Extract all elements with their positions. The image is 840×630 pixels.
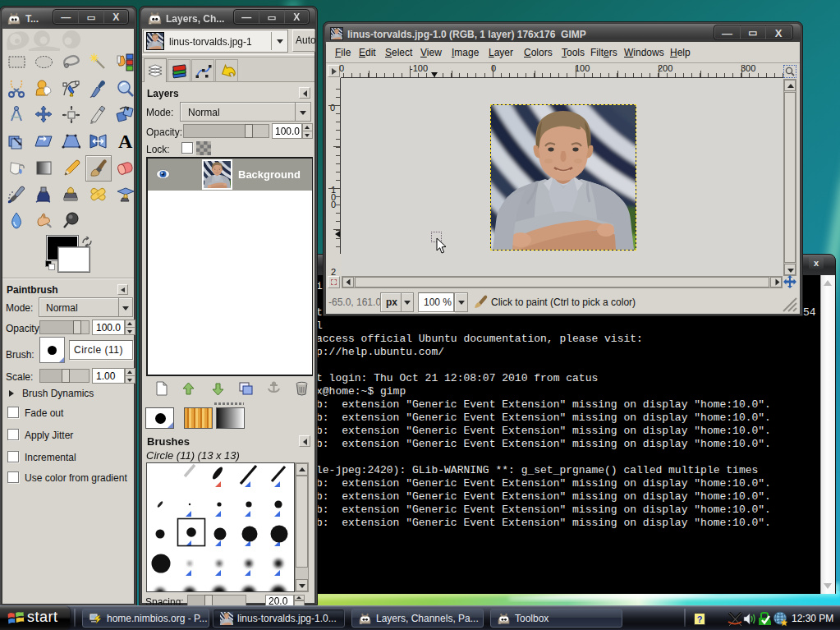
svg-text:A: A	[118, 131, 133, 150]
